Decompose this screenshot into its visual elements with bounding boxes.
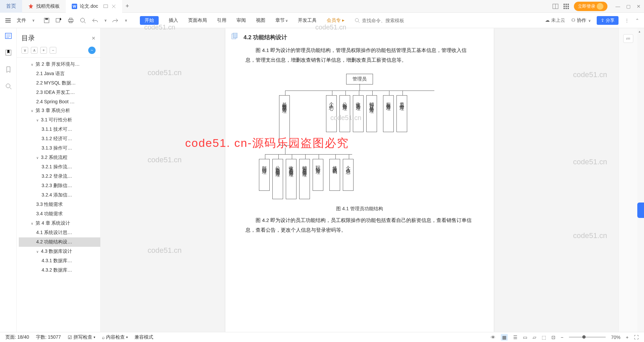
expand-all-icon[interactable]: ∨	[21, 47, 28, 54]
toc-item[interactable]: ∨第 3 章 系统分析	[19, 106, 100, 115]
panel-toggle-icon[interactable]: ≔	[623, 34, 633, 43]
zoom-slider[interactable]	[569, 337, 606, 338]
toc-item[interactable]: 4.3.2 数据库…	[19, 266, 100, 275]
toc-item[interactable]: 3.2.1 操作流…	[19, 162, 100, 172]
fullscreen-icon[interactable]: ⛶	[634, 335, 639, 340]
web-view-icon[interactable]: ▭	[523, 335, 527, 340]
toc-item[interactable]: ∨4.3 数据库设计	[19, 247, 100, 256]
remove-node-icon[interactable]: −	[50, 47, 56, 54]
new-tab-button[interactable]: +	[122, 3, 132, 10]
toc-item[interactable]: 3.2.3 删除信…	[19, 181, 100, 190]
login-button[interactable]: 立即登录	[574, 2, 607, 11]
toc-item[interactable]: ∨第 2 章 开发环境与…	[19, 60, 100, 69]
toc-item[interactable]: 2.1 Java 语言	[19, 69, 100, 78]
toc-item[interactable]: 4.2 功能结构设…	[19, 237, 100, 247]
document-canvas[interactable]: code51.cn code51.cn code51.cn code51.cn …	[101, 28, 619, 332]
bookmark-panel-icon[interactable]	[5, 49, 12, 56]
tab-home[interactable]: 首页	[0, 0, 22, 13]
panel-layout-icon[interactable]	[552, 3, 558, 9]
sidebar-close-icon[interactable]: ✕	[92, 36, 96, 41]
toc-item[interactable]: ∨3.1 可行性分析	[19, 115, 100, 125]
window-close-icon[interactable]: ✕	[637, 4, 641, 9]
menu-review[interactable]: 审阅	[236, 17, 246, 23]
zoom-value[interactable]: 70%	[611, 335, 621, 340]
compat-mode[interactable]: 兼容模式	[135, 334, 153, 340]
share-button[interactable]: ⇪ 分享	[597, 16, 619, 25]
zoom-out-button[interactable]: −	[561, 335, 564, 340]
toc-item[interactable]: ∨3.2 系统流程	[19, 153, 100, 162]
scroll-marker[interactable]	[637, 203, 644, 218]
toc-item[interactable]: ∨第 4 章 系统设计	[19, 219, 100, 228]
save-icon[interactable]	[43, 17, 50, 24]
menu-page-layout[interactable]: 页面布局	[188, 17, 207, 23]
menu-hamburger-icon[interactable]	[5, 17, 11, 24]
search-input[interactable]	[362, 18, 421, 23]
tab-templates[interactable]: 找稻壳模板	[22, 0, 66, 13]
chart-node: 职位管理	[313, 159, 323, 191]
reading-mode-icon[interactable]: 👁	[491, 335, 495, 340]
tab-close-icon[interactable]	[111, 4, 116, 9]
undo-icon[interactable]	[92, 17, 98, 24]
svg-point-20	[80, 18, 85, 22]
cloud-status[interactable]: ☁ 未上云	[545, 17, 565, 23]
preview-icon[interactable]	[79, 17, 86, 24]
outline-tree[interactable]: ∨第 2 章 开发环境与…2.1 Java 语言2.2 MYSQL 数据…2.3…	[17, 58, 100, 325]
zoom-in-button[interactable]: +	[626, 335, 629, 340]
toc-item[interactable]: 4.1 系统设计思…	[19, 228, 100, 237]
scrollbar[interactable]: ▴	[637, 28, 644, 332]
save-as-icon[interactable]	[55, 17, 62, 24]
tab-document[interactable]: W 论文.doc	[66, 0, 122, 13]
menu-vip[interactable]: 会员专 ▸	[327, 17, 344, 23]
outline-panel-icon[interactable]	[5, 32, 12, 40]
add-node-icon[interactable]: +	[40, 47, 47, 54]
read-view-icon[interactable]: ⬚	[542, 335, 546, 340]
menu-start[interactable]: 开始	[140, 16, 159, 25]
tab-window-icon[interactable]	[103, 4, 108, 9]
search-panel-icon[interactable]	[5, 82, 12, 90]
collapse-all-icon[interactable]: ∧	[31, 47, 38, 54]
menu-section[interactable]: 章节∨	[275, 17, 288, 23]
sync-badge-icon[interactable]: ~	[88, 47, 96, 54]
word-count[interactable]: 字数: 15077	[36, 334, 61, 340]
toc-item[interactable]: 3.4 功能需求	[19, 209, 100, 219]
toc-item[interactable]: 3.1.3 操作可…	[19, 144, 100, 153]
page-view-icon[interactable]: ▦	[501, 334, 508, 341]
collapse-ribbon-icon[interactable]: ⌃	[635, 18, 639, 23]
command-search[interactable]	[355, 18, 422, 23]
svg-rect-10	[568, 6, 569, 7]
file-menu[interactable]: 文件	[17, 17, 26, 23]
content-check-button[interactable]: ⌕ 内容检查 ▾	[102, 334, 128, 340]
menu-reference[interactable]: 引用	[217, 17, 226, 23]
copy-format-icon[interactable]	[231, 33, 237, 40]
toc-item[interactable]: 3.3 性能需求	[19, 200, 100, 209]
bookmarks-icon[interactable]	[5, 66, 12, 73]
page-indicator[interactable]: 页面: 18/40	[5, 334, 29, 340]
toc-item[interactable]: 3.1.2 经济可…	[19, 134, 100, 144]
svg-rect-15	[45, 18, 48, 20]
toc-item[interactable]: 2.2 MYSQL 数据…	[19, 78, 100, 88]
toc-item[interactable]: 3.2.4 添加信…	[19, 190, 100, 200]
toc-item[interactable]: 3.1.1 技术可…	[19, 125, 100, 134]
window-minimize-icon[interactable]: —	[615, 4, 620, 9]
outline-view-icon[interactable]: ☰	[513, 335, 518, 340]
spell-check-button[interactable]: ☑ 拼写检查 ▾	[68, 334, 95, 340]
toc-item[interactable]: 2.3 IDEA 开发工…	[19, 88, 100, 97]
menu-view[interactable]: 视图	[256, 17, 265, 23]
watermark: code51.cn	[148, 156, 182, 164]
apps-grid-icon[interactable]	[563, 3, 569, 9]
zoom-fit-icon[interactable]: ⊡	[551, 335, 555, 340]
drawing-view-icon[interactable]: ▱	[533, 335, 536, 340]
menu-devtools[interactable]: 开发工具	[298, 17, 317, 23]
svg-rect-26	[233, 33, 237, 38]
toc-item[interactable]: 4.3.1 数据库…	[19, 256, 100, 266]
collab-button[interactable]: ⚇ 协作 ∨	[571, 17, 591, 23]
status-bar: 页面: 18/40 字数: 15077 ☑ 拼写检查 ▾ ⌕ 内容检查 ▾ 兼容…	[0, 332, 644, 342]
menu-insert[interactable]: 插入	[169, 17, 178, 23]
window-maximize-icon[interactable]: ▢	[626, 4, 631, 9]
redo-icon[interactable]	[112, 17, 119, 24]
more-menu-icon[interactable]: ⋮	[625, 18, 629, 23]
scroll-up-icon[interactable]: ▴	[639, 30, 640, 33]
toc-item[interactable]: 2.4 Spring Boot …	[19, 97, 100, 106]
toc-item[interactable]: 3.2.2 登录流…	[19, 172, 100, 181]
print-icon[interactable]	[67, 17, 74, 24]
